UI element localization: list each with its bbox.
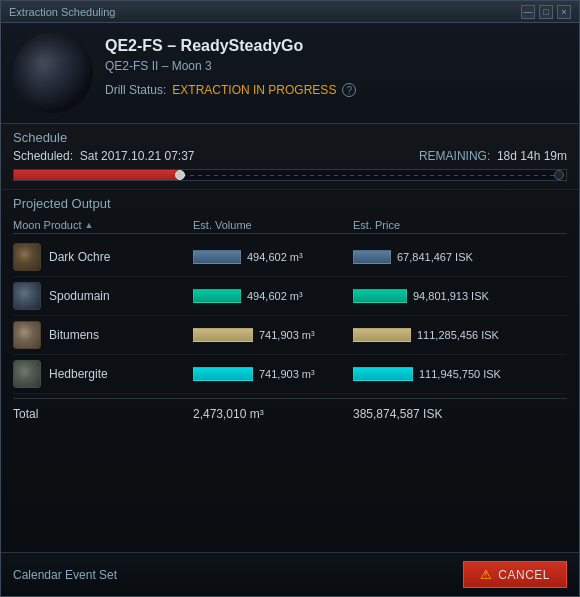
window-title: Extraction Scheduling — [9, 6, 115, 18]
window-controls: — □ × — [521, 5, 571, 19]
price-cell: 94,801,913 ISK — [353, 289, 567, 303]
header-section: QE2-FS – ReadySteadyGo QE2-FS II – Moon … — [1, 23, 579, 124]
table-header: Moon Product ▲ Est. Volume Est. Price — [13, 217, 567, 234]
close-button[interactable]: × — [557, 5, 571, 19]
projected-section: Projected Output Moon Product ▲ Est. Vol… — [1, 190, 579, 552]
ore-name: Dark Ochre — [49, 250, 110, 264]
volume-cell: 741,903 m³ — [193, 328, 353, 342]
header-moon-product: Moon Product ▲ — [13, 219, 193, 231]
calendar-event-text: Calendar Event Set — [13, 568, 117, 582]
projected-title: Projected Output — [13, 196, 567, 211]
moon-product-cell: Spodumain — [13, 282, 193, 310]
table-row: Dark Ochre 494,602 m³ 67,841,467 ISK — [13, 238, 567, 277]
price-text: 67,841,467 ISK — [397, 251, 473, 263]
price-cell: 111,285,456 ISK — [353, 328, 567, 342]
ore-name: Spodumain — [49, 289, 110, 303]
scheduled-date: Scheduled: Sat 2017.10.21 07:37 — [13, 149, 195, 163]
volume-bar — [193, 289, 241, 303]
ore-table-body: Dark Ochre 494,602 m³ 67,841,467 ISK Spo… — [13, 238, 567, 394]
cancel-button[interactable]: ⚠ CANCEL — [463, 561, 567, 588]
total-row: Total 2,473,010 m³ 385,874,587 ISK — [13, 398, 567, 425]
volume-cell: 494,602 m³ — [193, 250, 353, 264]
volume-cell: 494,602 m³ — [193, 289, 353, 303]
volume-text: 494,602 m³ — [247, 251, 303, 263]
ore-icon-spodumain — [13, 282, 41, 310]
ore-icon-dark-ochre — [13, 243, 41, 271]
maximize-button[interactable]: □ — [539, 5, 553, 19]
header-est-volume: Est. Volume — [193, 219, 353, 231]
schedule-row: Scheduled: Sat 2017.10.21 07:37 REMAININ… — [13, 149, 567, 163]
ore-name: Hedbergite — [49, 367, 108, 381]
scheduled-date-value: Sat 2017.10.21 07:37 — [80, 149, 195, 163]
schedule-section: Schedule Scheduled: Sat 2017.10.21 07:37… — [1, 124, 579, 190]
volume-bar — [193, 367, 253, 381]
schedule-title: Schedule — [13, 130, 567, 145]
sort-arrow-icon: ▲ — [84, 220, 93, 230]
footer-section: Calendar Event Set ⚠ CANCEL — [1, 552, 579, 596]
price-bar — [353, 289, 407, 303]
volume-text: 494,602 m³ — [247, 290, 303, 302]
title-bar: Extraction Scheduling — □ × — [1, 1, 579, 23]
progress-bar-container — [13, 169, 567, 181]
table-row: Hedbergite 741,903 m³ 111,945,750 ISK — [13, 355, 567, 394]
remaining-label: REMAINING: — [419, 149, 490, 163]
station-name: QE2-FS – ReadySteadyGo — [105, 37, 356, 55]
remaining-info: REMAINING: 18d 14h 19m — [419, 149, 567, 163]
warning-icon: ⚠ — [480, 567, 493, 582]
scheduled-label: Scheduled: — [13, 149, 73, 163]
header-info: QE2-FS – ReadySteadyGo QE2-FS II – Moon … — [105, 33, 356, 113]
progress-end — [554, 170, 564, 180]
ore-icon-bitumens — [13, 321, 41, 349]
volume-bar — [193, 250, 241, 264]
total-label: Total — [13, 407, 193, 421]
table-row: Bitumens 741,903 m³ 111,285,456 ISK — [13, 316, 567, 355]
remaining-value: 18d 14h 19m — [497, 149, 567, 163]
table-row: Spodumain 494,602 m³ 94,801,913 ISK — [13, 277, 567, 316]
price-text: 111,945,750 ISK — [419, 368, 501, 380]
progress-dashes — [182, 175, 554, 176]
drill-status-value: EXTRACTION IN PROGRESS — [172, 83, 336, 97]
volume-text: 741,903 m³ — [259, 368, 315, 380]
moon-product-cell: Bitumens — [13, 321, 193, 349]
ore-icon-hedbergite — [13, 360, 41, 388]
volume-cell: 741,903 m³ — [193, 367, 353, 381]
total-price: 385,874,587 ISK — [353, 407, 567, 421]
planet-image — [13, 33, 93, 113]
drill-status-label: Drill Status: — [105, 83, 166, 97]
help-icon[interactable]: ? — [342, 83, 356, 97]
price-cell: 67,841,467 ISK — [353, 250, 567, 264]
progress-handle[interactable] — [175, 170, 185, 180]
volume-text: 741,903 m³ — [259, 329, 315, 341]
ore-name: Bitumens — [49, 328, 99, 342]
price-bar — [353, 367, 413, 381]
price-text: 94,801,913 ISK — [413, 290, 489, 302]
volume-bar — [193, 328, 253, 342]
moon-name: QE2-FS II – Moon 3 — [105, 59, 356, 73]
price-cell: 111,945,750 ISK — [353, 367, 567, 381]
drill-status-row: Drill Status: EXTRACTION IN PROGRESS ? — [105, 83, 356, 97]
extraction-scheduling-window: Extraction Scheduling — □ × QE2-FS – Rea… — [0, 0, 580, 597]
price-bar — [353, 328, 411, 342]
header-est-price: Est. Price — [353, 219, 567, 231]
moon-product-cell: Dark Ochre — [13, 243, 193, 271]
cancel-label: CANCEL — [498, 568, 550, 582]
minimize-button[interactable]: — — [521, 5, 535, 19]
total-volume: 2,473,010 m³ — [193, 407, 353, 421]
price-text: 111,285,456 ISK — [417, 329, 499, 341]
price-bar — [353, 250, 391, 264]
moon-product-cell: Hedbergite — [13, 360, 193, 388]
progress-bar-fill — [14, 170, 180, 180]
